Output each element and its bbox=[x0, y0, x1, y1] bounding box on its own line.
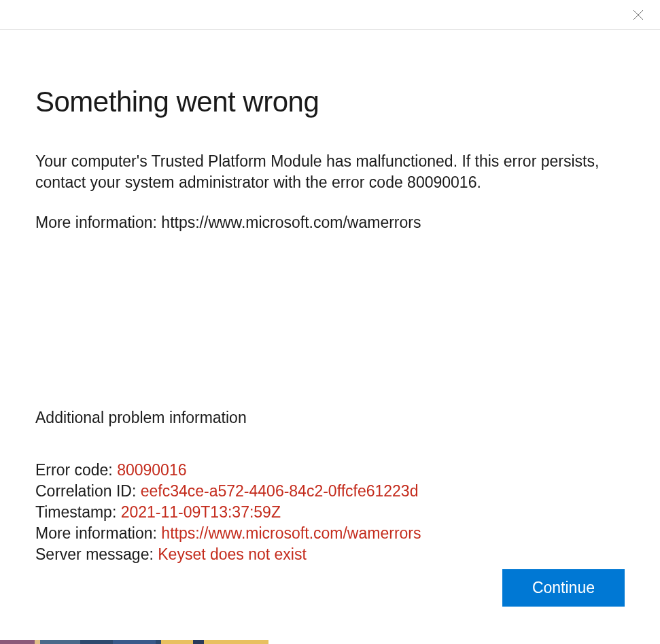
error-code-row: Error code: 80090016 bbox=[35, 460, 625, 481]
dialog-content: Something went wrong Your computer's Tru… bbox=[0, 30, 660, 565]
correlation-id-label: Correlation ID: bbox=[35, 482, 141, 500]
additional-info-heading: Additional problem information bbox=[35, 409, 625, 427]
error-code-label: Error code: bbox=[35, 461, 117, 479]
server-message-row: Server message: Keyset does not exist bbox=[35, 544, 625, 565]
more-info-link[interactable]: https://www.microsoft.com/wamerrors bbox=[161, 524, 421, 542]
close-icon bbox=[633, 10, 644, 20]
more-info-label: More information: bbox=[35, 524, 161, 542]
close-button[interactable] bbox=[631, 8, 645, 22]
timestamp-row: Timestamp: 2021-11-09T13:37:59Z bbox=[35, 502, 625, 523]
correlation-id-value: eefc34ce-a572-4406-84c2-0ffcfe61223d bbox=[141, 482, 419, 500]
timestamp-value: 2021-11-09T13:37:59Z bbox=[121, 503, 281, 521]
error-description: Your computer's Trusted Platform Module … bbox=[35, 151, 625, 193]
error-code-value: 80090016 bbox=[117, 461, 186, 479]
server-message-label: Server message: bbox=[35, 545, 158, 563]
button-row: Continue bbox=[502, 569, 625, 607]
error-heading: Something went wrong bbox=[35, 86, 625, 118]
server-message-value: Keyset does not exist bbox=[158, 545, 307, 563]
timestamp-label: Timestamp: bbox=[35, 503, 121, 521]
continue-button[interactable]: Continue bbox=[502, 569, 625, 607]
taskbar-fragment bbox=[0, 640, 268, 644]
more-info-row: More information: https://www.microsoft.… bbox=[35, 523, 625, 544]
titlebar bbox=[0, 0, 660, 30]
correlation-id-row: Correlation ID: eefc34ce-a572-4406-84c2-… bbox=[35, 481, 625, 502]
more-info-text: More information: https://www.microsoft.… bbox=[35, 214, 625, 232]
